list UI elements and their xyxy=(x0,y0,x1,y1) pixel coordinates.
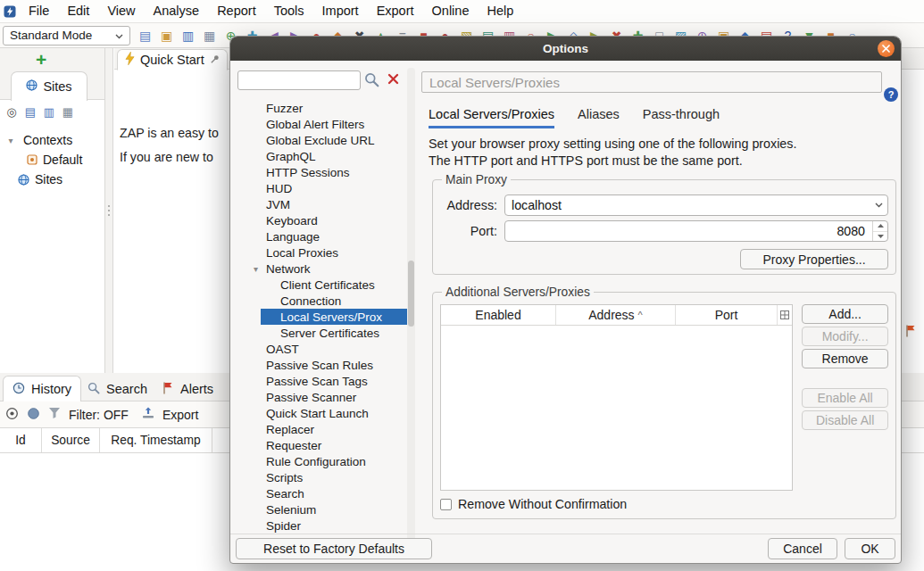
column-header-source[interactable]: Source xyxy=(42,428,100,452)
menu-item[interactable]: Online xyxy=(423,0,479,22)
options-tree-item[interactable]: ▾ Rule Configuration xyxy=(230,453,407,469)
snapshot-session-icon[interactable]: ▦ xyxy=(201,27,218,44)
menu-item[interactable]: Edit xyxy=(58,0,98,22)
in-scope-target-icon[interactable]: ◎ xyxy=(4,104,19,119)
column-header-enabled[interactable]: Enabled xyxy=(441,305,555,325)
column-header-port[interactable]: Port xyxy=(675,305,777,325)
import-context-icon[interactable]: ▥ xyxy=(42,104,56,119)
options-tree-item[interactable]: ▾ Spider xyxy=(230,517,407,534)
pin-icon[interactable] xyxy=(210,53,220,67)
options-tree-item[interactable]: ▾ Search xyxy=(230,485,407,501)
options-search-input[interactable] xyxy=(237,70,361,90)
ok-button[interactable]: OK xyxy=(845,538,895,559)
column-header-req-timestamp[interactable]: Req. Timestamp xyxy=(100,428,212,452)
search-icon[interactable] xyxy=(364,72,380,88)
tab-search[interactable]: Search xyxy=(79,376,156,402)
options-tree-item[interactable]: ▾ Local Servers/Prox xyxy=(230,309,407,325)
options-tree-item[interactable]: ▾ Passive Scan Tags xyxy=(230,373,407,389)
menu-item[interactable]: Import xyxy=(313,0,368,22)
chevron-down-icon[interactable]: ▾ xyxy=(5,136,16,145)
remove-confirmation-checkbox[interactable] xyxy=(440,499,452,510)
options-tree-item[interactable]: ▾ Global Alert Filters xyxy=(230,116,407,132)
sites-panel: + Sites ◎ ▤ ▥ ▦ ▾ Contexts xyxy=(0,48,105,373)
persist-session-icon[interactable]: ▥ xyxy=(179,27,196,44)
options-tree-item[interactable]: ▾ Local Proxies xyxy=(230,244,407,261)
options-tree-item[interactable]: ▾ Requester xyxy=(230,437,407,453)
tab-alerts[interactable]: Alerts xyxy=(154,376,222,402)
options-tree-item[interactable]: ▾ Keyboard xyxy=(230,212,407,228)
open-session-icon[interactable]: ▣ xyxy=(158,27,175,44)
reset-defaults-button[interactable]: Reset to Factory Defaults xyxy=(236,538,432,559)
export-icon[interactable] xyxy=(142,407,154,422)
tab-local-servers-proxies[interactable]: Local Servers/Proxies xyxy=(429,107,554,128)
menu-item[interactable]: Analyse xyxy=(145,0,209,22)
tab-pass-through[interactable]: Pass-through xyxy=(643,107,720,128)
address-combobox[interactable]: localhost xyxy=(504,194,888,216)
tab-quick-start[interactable]: Quick Start xyxy=(117,49,228,70)
export-context-icon[interactable]: ▦ xyxy=(61,104,75,119)
help-icon[interactable]: ? xyxy=(884,87,898,102)
options-tree-item[interactable]: ▾ Connection xyxy=(230,293,407,309)
enable-all-button: Enable All xyxy=(802,388,888,408)
options-tree-item[interactable]: ▾ GraphQL xyxy=(230,148,407,164)
options-tree-item[interactable]: ▾ Passive Scanner xyxy=(230,389,407,405)
tab-history[interactable]: History xyxy=(3,376,81,402)
new-context-icon[interactable]: ▤ xyxy=(23,104,37,119)
port-spinner[interactable]: 8080 xyxy=(504,220,888,242)
options-tree-item[interactable]: ▾ HUD xyxy=(230,180,407,196)
in-scope-target-icon[interactable] xyxy=(5,407,19,423)
options-tree-item[interactable]: ▾ Passive Scan Rules xyxy=(230,357,407,373)
cancel-button[interactable]: Cancel xyxy=(768,538,837,559)
options-tree-item[interactable]: ▾ Scripts xyxy=(230,469,407,485)
menu-item[interactable]: View xyxy=(98,0,144,22)
menu-item[interactable]: Tools xyxy=(265,0,313,22)
filter-status-label[interactable]: Filter: OFF xyxy=(69,408,129,422)
table-options-icon[interactable] xyxy=(777,305,792,325)
add-panel-button[interactable]: + xyxy=(36,49,46,70)
column-header-address[interactable]: Address ^ xyxy=(555,305,675,325)
column-header-id[interactable]: Id xyxy=(0,428,42,452)
menu-item[interactable]: Export xyxy=(368,0,423,22)
options-tree-item[interactable]: ▾ Client Certificates xyxy=(230,277,407,293)
clear-search-icon[interactable] xyxy=(387,72,403,88)
menu-item[interactable]: Help xyxy=(478,0,522,22)
options-tree-item[interactable]: ▾ Replacer xyxy=(230,421,407,437)
spinner-arrows[interactable] xyxy=(872,221,887,241)
tree-scrollbar[interactable] xyxy=(407,68,415,550)
export-label[interactable]: Export xyxy=(162,408,198,422)
spinner-up-icon[interactable] xyxy=(873,221,887,232)
remove-button[interactable]: Remove xyxy=(802,349,888,368)
tree-item-label: Default xyxy=(43,153,82,167)
filter-funnel-icon[interactable] xyxy=(48,407,61,422)
options-tree-item[interactable]: ▾ OAST xyxy=(230,341,407,357)
chevron-down-icon[interactable] xyxy=(870,203,887,208)
tree-item-contexts[interactable]: ▾ Contexts xyxy=(0,130,104,150)
menu-item[interactable]: Report xyxy=(208,0,265,22)
options-tree-item[interactable]: ▾ Fuzzer xyxy=(230,100,407,116)
add-button[interactable]: Add... xyxy=(802,304,888,324)
options-tree-item[interactable]: ▾ JVM xyxy=(230,196,407,212)
servers-table-body[interactable] xyxy=(441,326,792,490)
mode-select[interactable]: Standard Mode xyxy=(3,26,130,46)
options-tree-item[interactable]: ▾ Global Exclude URL xyxy=(230,132,407,148)
spinner-down-icon[interactable] xyxy=(873,232,887,242)
options-tree-item[interactable]: ▾ Network xyxy=(230,261,407,277)
close-icon[interactable] xyxy=(878,40,895,57)
proxy-properties-button[interactable]: Proxy Properties... xyxy=(740,249,888,269)
tree-item-sites[interactable]: Sites xyxy=(0,170,104,189)
splitter-handle[interactable] xyxy=(105,48,113,373)
scrollbar-thumb[interactable] xyxy=(408,261,414,327)
tab-aliases[interactable]: Aliases xyxy=(578,107,620,128)
options-tree-item[interactable]: ▾ Server Certificates xyxy=(230,325,407,341)
options-tree-item[interactable]: ▾ Quick Start Launch xyxy=(230,405,407,421)
tab-sites[interactable]: Sites xyxy=(11,71,87,101)
menu-item[interactable]: File xyxy=(20,0,58,22)
options-tree-item[interactable]: ▾ Language xyxy=(230,228,407,244)
chevron-down-icon[interactable]: ▾ xyxy=(254,264,266,274)
dialog-titlebar[interactable]: Options xyxy=(230,37,901,61)
history-view-icon[interactable] xyxy=(27,407,40,423)
options-tree-item[interactable]: ▾ Selenium xyxy=(230,501,407,517)
tree-item-default-context[interactable]: Default xyxy=(0,150,104,170)
new-session-icon[interactable]: ▤ xyxy=(137,27,154,44)
options-tree-item[interactable]: ▾ HTTP Sessions xyxy=(230,164,407,180)
